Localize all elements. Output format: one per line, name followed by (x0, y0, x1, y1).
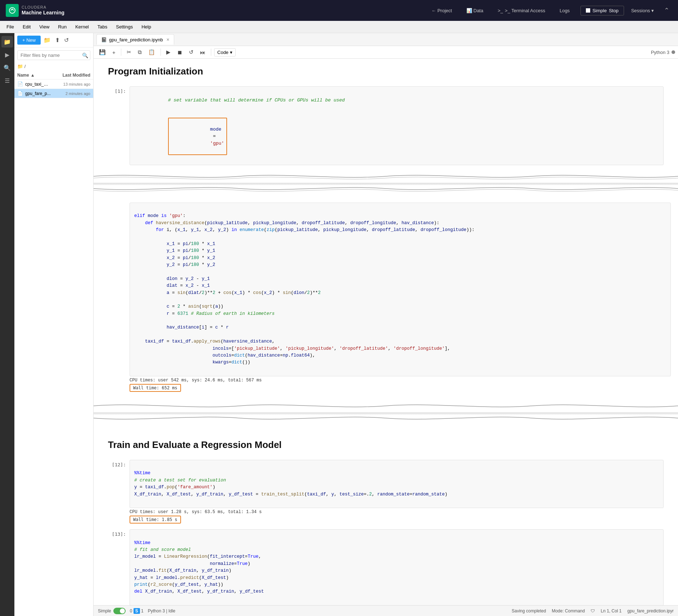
tab-label: gpu_fare_prediction.ipynb (109, 37, 163, 42)
menu-tabs[interactable]: Tabs (94, 23, 111, 31)
status-bar: Simple 0 S 1 Python 3 | Idle Saving comp… (94, 605, 678, 616)
cell-body-13: %%time # fit and score model lr_model = … (130, 529, 664, 605)
section-program-init: Program Initialization (94, 59, 678, 85)
top-navbar: CLOUDERA Machine Learning ← Project 📊 Da… (0, 0, 678, 21)
filter-input[interactable] (17, 50, 90, 60)
cell-type-selector[interactable]: Code ▾ (214, 48, 236, 56)
sep3 (211, 49, 211, 56)
mode-toggle[interactable] (113, 608, 126, 614)
code-str: 'gpu' (210, 141, 224, 146)
status-left: Simple 0 S 1 Python 3 | Idle (98, 608, 175, 614)
nb-content: Program Initialization [1]: # set variab… (94, 59, 678, 605)
ln-col: Ln 1, Col 1 (601, 608, 622, 613)
code-area-2[interactable]: elif mode is 'gpu': def haversine_distan… (130, 203, 671, 376)
logo-text: CLOUDERA Machine Learning (22, 5, 64, 16)
file-icon: 📄 (17, 81, 23, 87)
code-cell-12: [12]: %%time # create a test set for eva… (94, 460, 678, 526)
logo-area: CLOUDERA Machine Learning (6, 4, 64, 17)
code-comment-12: # create a test set for evaluation (134, 478, 226, 483)
project-nav-btn[interactable]: ← Project (428, 6, 456, 15)
new-button[interactable]: + New (17, 36, 41, 45)
simple-label: Simple (98, 608, 111, 613)
main-layout: 📁 ▶ 🔍 ☰ + New 📁 ⬆ ↺ 🔍 📁 / Name ▲ Last Mo… (0, 33, 678, 616)
file-name: gpu_fare_p... (25, 91, 51, 96)
upload-icon-btn[interactable]: ⬆ (54, 35, 61, 45)
sort-icon: ▲ (31, 73, 35, 78)
code-cell-1: [1]: # set variable that will determine … (94, 86, 678, 165)
cell-prompt-12: [12]: (108, 460, 130, 526)
menu-view[interactable]: View (36, 23, 53, 31)
menu-edit[interactable]: Edit (19, 23, 34, 31)
folder-icon: 📁 (17, 64, 23, 69)
code-comment-1: # set variable that will determine if CP… (168, 98, 345, 103)
cell-body-2: elif mode is 'gpu': def haversine_distan… (130, 203, 671, 395)
cell-type-label: Code (217, 50, 229, 55)
svg-point-0 (9, 8, 15, 13)
wavy-divider-2 (94, 400, 678, 426)
menu-file[interactable]: File (3, 23, 18, 31)
data-nav-btn[interactable]: 📊 Data (463, 6, 487, 15)
cut-btn[interactable]: ✂ (124, 47, 134, 57)
status-right: Saving completed Mode: Command 🛡 Ln 1, C… (512, 608, 674, 613)
restart-kernel-btn[interactable]: ↺ (186, 47, 196, 57)
file-sidebar: + New 📁 ⬆ ↺ 🔍 📁 / Name ▲ Last Modified 📄… (14, 33, 94, 616)
menu-bar: File Edit View Run Kernel Tabs Settings … (0, 21, 678, 33)
close-tab-btn[interactable]: × (167, 37, 170, 42)
sep2 (161, 49, 161, 56)
kernel-dot (672, 50, 675, 54)
nav-icon[interactable]: ☰ (1, 75, 13, 86)
menu-kernel[interactable]: Kernel (72, 23, 92, 31)
copy-btn[interactable]: ⧉ (135, 47, 144, 57)
run-icon[interactable]: ▶ (1, 49, 13, 60)
code-area-13[interactable]: %%time # fit and score model lr_model = … (130, 529, 664, 605)
kernel-status: Python 3 (651, 50, 675, 55)
terminal-nav-btn[interactable]: >_ >_ Terminal Access (494, 6, 549, 15)
wavy-divider-1 (94, 171, 678, 197)
cell-output-2: CPU times: user 542 ms, sys: 24.6 ms, to… (130, 376, 671, 395)
left-icon-bar: 📁 ▶ 🔍 ☰ (0, 33, 14, 616)
run-cell-btn[interactable]: ▶ (164, 47, 173, 57)
logs-nav-btn[interactable]: Logs (556, 6, 573, 15)
simple-toggle: Simple (98, 608, 126, 614)
menu-help[interactable]: Help (138, 23, 155, 31)
search-icon[interactable]: 🔍 (1, 62, 13, 73)
file-modified: 13 minutes ago (51, 82, 90, 86)
file-item-gpu[interactable]: 📄 gpu_fare_p... 2 minutes ago (14, 89, 93, 98)
save-btn[interactable]: 💾 (96, 47, 108, 57)
cell-body-1: # set variable that will determine if CP… (130, 86, 664, 165)
menu-settings[interactable]: Settings (112, 23, 136, 31)
add-cell-btn[interactable]: + (110, 48, 118, 57)
file-list-header: Name ▲ Last Modified (14, 71, 93, 80)
sidebar-toolbar: + New 📁 ⬆ ↺ (14, 33, 93, 47)
current-path: 📁 / (14, 63, 93, 71)
files-icon[interactable]: 📁 (1, 36, 13, 47)
stop-nav-btn[interactable]: Simple Stop (580, 6, 624, 15)
sessions-dropdown[interactable]: Sessions ▾ (631, 8, 654, 13)
timing-12: CPU times: user 1.28 s, sys: 63.5 ms, to… (130, 509, 664, 515)
code-elif: elif (134, 213, 145, 218)
code-cell-2: elif mode is 'gpu': def haversine_distan… (94, 203, 678, 395)
paste-btn[interactable]: 📋 (146, 47, 158, 57)
wall-time-1: Wall time: 652 ms (130, 384, 181, 392)
fast-forward-btn[interactable]: ⏭ (198, 48, 208, 57)
folder-icon-btn[interactable]: 📁 (42, 35, 52, 45)
menu-run[interactable]: Run (54, 23, 70, 31)
collapse-btn[interactable]: ⌃ (661, 5, 672, 16)
notebook-tab[interactable]: 📓 gpu_fare_prediction.ipynb × (96, 34, 174, 45)
code-op: = (210, 133, 218, 139)
refresh-icon-btn[interactable]: ↺ (63, 35, 70, 45)
section-title-3: Train and Evaluate a Regression Model (108, 439, 664, 450)
cell-output-12: CPU times: user 1.28 s, sys: 63.5 ms, to… (130, 508, 664, 526)
command-mode: Mode: Command (552, 608, 585, 613)
file-item-cpu[interactable]: 📄 cpu_taxi_m... 13 minutes ago (14, 80, 93, 89)
cell-prompt-13: [13]: (108, 529, 130, 605)
nb-toolbar: 💾 + ✂ ⧉ 📋 ▶ ⏹ ↺ ⏭ Code ▾ Python 3 (94, 46, 678, 59)
stop-kernel-btn[interactable]: ⏹ (175, 48, 185, 57)
kernel-status-bar: Python 3 | Idle (148, 608, 176, 613)
cloudera-logo (6, 4, 19, 17)
stop-icon (586, 8, 590, 13)
notebook-area: 📓 gpu_fare_prediction.ipynb × 💾 + ✂ ⧉ 📋 … (94, 33, 678, 616)
code-area-1[interactable]: # set variable that will determine if CP… (130, 86, 664, 165)
col-name-header: Name ▲ (17, 73, 51, 78)
code-area-12[interactable]: %%time # create a test set for evaluatio… (130, 460, 664, 508)
